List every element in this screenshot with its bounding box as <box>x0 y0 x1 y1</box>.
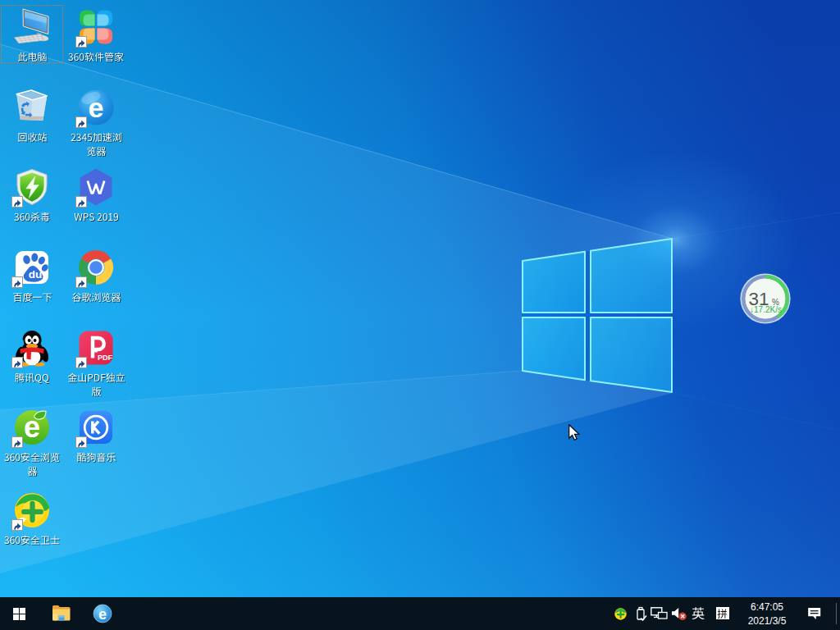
svg-text:e: e <box>89 91 104 122</box>
svg-text:↓17.2K/s: ↓17.2K/s <box>750 305 782 314</box>
svg-text:e: e <box>98 606 107 623</box>
svg-text:PDF: PDF <box>98 354 113 362</box>
svg-text:du: du <box>29 268 43 281</box>
